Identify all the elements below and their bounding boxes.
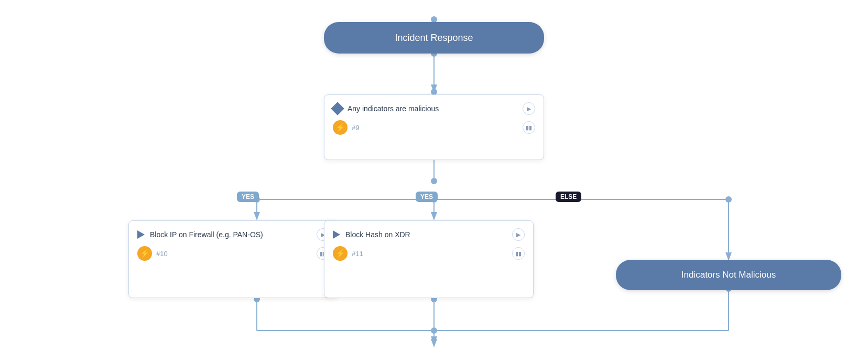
connections-layer [0, 0, 868, 360]
block-hash-card-header: Block Hash on XDR ▶ [333, 228, 525, 241]
yes-badge-left: YES [237, 192, 259, 202]
condition-ctrl-icons: ▶ [523, 102, 535, 115]
condition-title-text: Any indicators are malicious [348, 104, 439, 113]
chevron-icon-ip [137, 230, 145, 239]
lightning-icon-hash: ⚡ [333, 246, 348, 261]
play-icon-hash[interactable]: ▶ [512, 228, 525, 241]
block-hash-ctrl-icons: ▶ [512, 228, 525, 241]
block-ip-step: #10 [156, 250, 168, 258]
pause-icon-hash[interactable]: ▮▮ [512, 247, 525, 260]
block-hash-step: #11 [352, 250, 363, 258]
condition-step: #9 [352, 124, 359, 132]
block-ip-card-footer: ⚡ #10 ▮▮ [137, 246, 329, 261]
chevron-icon-hash [333, 230, 340, 239]
condition-card-header: Any indicators are malicious ▶ [333, 102, 535, 115]
svg-point-27 [431, 327, 437, 334]
svg-point-20 [431, 178, 437, 184]
block-ip-card-title: Block IP on Firewall (e.g. PAN-OS) [137, 230, 263, 239]
block-hash-title-text: Block Hash on XDR [345, 230, 410, 239]
diamond-icon [331, 102, 344, 115]
lightning-icon-condition: ⚡ [333, 120, 348, 135]
condition-card-title: Any indicators are malicious [333, 104, 439, 113]
workflow-canvas: Incident Response Any indicators are mal… [0, 0, 868, 360]
block-hash-card-title: Block Hash on XDR [333, 230, 410, 239]
else-badge: ELSE [556, 192, 581, 202]
block-ip-card[interactable]: Block IP on Firewall (e.g. PAN-OS) ▶ ⚡ #… [128, 220, 338, 298]
block-ip-card-header: Block IP on Firewall (e.g. PAN-OS) ▶ [137, 228, 329, 241]
condition-card[interactable]: Any indicators are malicious ▶ ⚡ #9 ▮▮ [324, 94, 544, 160]
incident-response-label: Incident Response [395, 33, 473, 44]
svg-point-23 [725, 196, 732, 203]
indicators-not-malicious-node[interactable]: Indicators Not Malicious [616, 260, 841, 290]
incident-response-node[interactable]: Incident Response [324, 22, 544, 54]
pause-icon-condition[interactable]: ▮▮ [523, 121, 535, 134]
indicators-not-malicious-label: Indicators Not Malicious [681, 270, 776, 280]
block-ip-title-text: Block IP on Firewall (e.g. PAN-OS) [150, 230, 263, 239]
block-hash-card[interactable]: Block Hash on XDR ▶ ⚡ #11 ▮▮ [324, 220, 534, 298]
condition-card-footer: ⚡ #9 ▮▮ [333, 120, 535, 135]
play-icon[interactable]: ▶ [523, 102, 535, 115]
lightning-icon-ip: ⚡ [137, 246, 152, 261]
block-hash-card-footer: ⚡ #11 ▮▮ [333, 246, 525, 261]
yes-badge-center: YES [416, 192, 438, 202]
